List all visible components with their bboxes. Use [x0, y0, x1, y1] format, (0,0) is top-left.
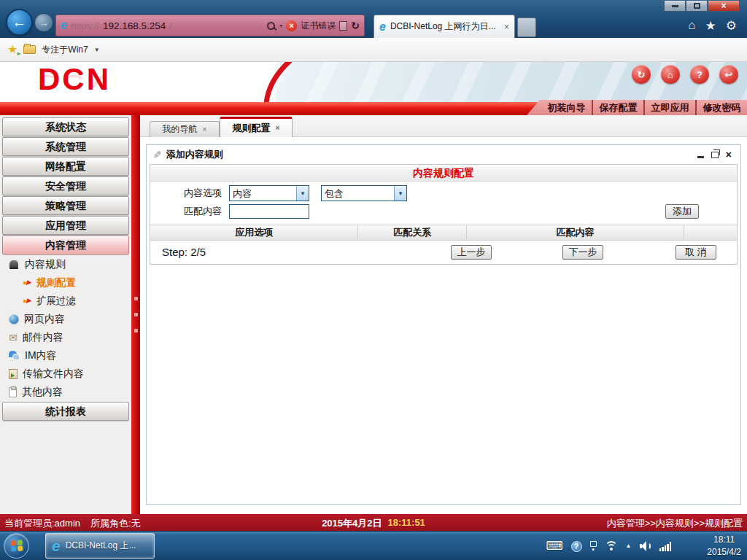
- sidebar: 系统状态 系统管理 网络配置 安全管理 策略管理 应用管理 内容管理 内容规则 …: [0, 115, 131, 514]
- tab-my-navigation[interactable]: 我的导航 ×: [150, 121, 220, 137]
- sidebar-item-rule-config[interactable]: ●▶ 规则配置: [0, 273, 131, 292]
- sidebar-item-extended-filter[interactable]: ●▶ 扩展过滤: [0, 292, 131, 310]
- column-match-relation: 匹配关系: [358, 225, 467, 240]
- browser-toolbar-icons: ⌂ ★ ⚙: [688, 18, 737, 34]
- help-button[interactable]: ?: [690, 65, 709, 84]
- home-icon[interactable]: ⌂: [688, 18, 695, 34]
- header-round-buttons: ↻ ⌂ ? ↩: [632, 65, 738, 84]
- dialog-close-icon[interactable]: ×: [726, 149, 732, 160]
- sidebar-item-content-management[interactable]: 内容管理: [2, 236, 129, 254]
- sidebar-item-im-content[interactable]: IM内容: [0, 346, 131, 365]
- sidebar-item-web-content[interactable]: 网页内容: [0, 310, 131, 328]
- favorites-folder-label[interactable]: 专注于Win7: [42, 44, 88, 56]
- forward-button[interactable]: →: [34, 13, 53, 32]
- status-time: 18:11:51: [388, 517, 425, 530]
- step-indicator: Step: 2/5: [162, 246, 206, 258]
- taskbar-clock[interactable]: 18:11 2015/4/2: [707, 534, 741, 559]
- taskbar-ie-button[interactable]: e DCBI-NetLog 上...: [45, 533, 155, 559]
- tray-window-icon[interactable]: ▾: [590, 541, 597, 551]
- search-icon[interactable]: [266, 21, 276, 31]
- start-button[interactable]: [4, 533, 29, 559]
- favorites-star-icon[interactable]: ★: [705, 18, 716, 34]
- content-option-select[interactable]: 内容 ▾: [229, 185, 309, 201]
- sidebar-item-other-content[interactable]: 其他内容: [0, 383, 131, 401]
- sidebar-item-file-transfer-content[interactable]: 传输文件内容: [0, 365, 131, 383]
- dialog-title: 添加内容规则: [166, 148, 223, 161]
- admin-info: 当前管理员:admin 所属角色:无: [4, 517, 141, 530]
- compatibility-view-icon[interactable]: [339, 21, 347, 31]
- sidebar-item-system-status[interactable]: 系统状态: [2, 117, 129, 136]
- status-date: 2015年4月2日: [322, 517, 382, 530]
- tab-close-icon[interactable]: ×: [504, 23, 509, 31]
- next-step-button[interactable]: 下一步: [562, 245, 603, 260]
- cert-error-label[interactable]: 证书错误: [301, 20, 336, 32]
- new-tab-button[interactable]: [517, 18, 536, 37]
- back-button[interactable]: ←: [6, 9, 33, 36]
- search-dropdown-icon[interactable]: ▾: [279, 23, 282, 29]
- splitter-grip-dot: [134, 297, 138, 300]
- setup-wizard-button[interactable]: 初装向导: [541, 100, 592, 115]
- logout-button[interactable]: ↩: [719, 65, 738, 84]
- file-transfer-icon: [9, 369, 18, 379]
- match-content-row: 匹配内容 添加: [150, 202, 737, 221]
- tray-expand-icon[interactable]: ▲: [626, 543, 632, 549]
- sidebar-item-system-management[interactable]: 系统管理: [2, 137, 129, 156]
- browser-tab[interactable]: e DCBI-NetLog 上网行为日... ×: [374, 15, 515, 38]
- sidebar-item-application-management[interactable]: 应用管理: [2, 216, 129, 235]
- cancel-button[interactable]: 取 消: [676, 245, 716, 260]
- sidebar-item-security-management[interactable]: 安全管理: [2, 176, 129, 195]
- gear-icon[interactable]: ⚙: [726, 18, 737, 34]
- dialog-minimize-icon[interactable]: [697, 156, 704, 158]
- network-signal-icon[interactable]: [659, 542, 672, 551]
- add-content-rule-dialog: ✎ 添加内容规则 × 内容规则配置 内容选项 内容: [146, 144, 741, 505]
- refresh-icon[interactable]: ↻: [351, 20, 360, 31]
- bullet-arrow-icon: ●▶: [23, 279, 31, 287]
- system-tray: ⌨ ? ▾ ▲: [546, 532, 671, 560]
- sidebar-item-statistics-report[interactable]: 统计报表: [2, 402, 129, 421]
- role-label: 所属角色:无: [90, 517, 141, 530]
- tab-favicon: e: [379, 21, 386, 33]
- favorites-folder-icon[interactable]: [23, 45, 36, 54]
- save-config-button[interactable]: 保存配置: [592, 100, 643, 115]
- window-controls: ×: [664, 1, 740, 12]
- clock-date: 2015/4/2: [707, 546, 741, 559]
- tray-help-icon[interactable]: ?: [571, 541, 582, 552]
- site-header: DCN DCN ↻ ⌂ ? ↩: [0, 62, 747, 102]
- globe-icon: [9, 314, 19, 324]
- refresh-button[interactable]: ↻: [632, 65, 651, 84]
- dialog-restore-icon[interactable]: [711, 152, 719, 158]
- sidebar-splitter[interactable]: [131, 115, 140, 514]
- wifi-icon[interactable]: [605, 541, 618, 552]
- tab-title: DCBI-NetLog 上网行为日...: [390, 20, 500, 33]
- match-content-input[interactable]: [229, 204, 309, 219]
- window-close-button[interactable]: ×: [708, 1, 740, 12]
- sidebar-group-content-rules[interactable]: 内容规则: [0, 255, 131, 273]
- add-button[interactable]: 添加: [665, 204, 699, 219]
- content-option-row: 内容选项 内容 ▾ 包含 ▾: [150, 182, 737, 202]
- window-minimize-button[interactable]: [664, 1, 686, 12]
- sidebar-item-mail-content[interactable]: ✉ 邮件内容: [0, 328, 131, 346]
- window-maximize-button[interactable]: [686, 1, 708, 12]
- tab-close-icon[interactable]: ×: [202, 125, 206, 133]
- apply-now-button[interactable]: 立即应用: [643, 100, 695, 115]
- bullet-arrow-icon: ●▶: [23, 298, 31, 305]
- refresh-icon: ↻: [638, 69, 646, 80]
- previous-step-button[interactable]: 上一步: [451, 245, 492, 260]
- add-favorite-icon[interactable]: ★▸: [7, 44, 18, 55]
- address-bar[interactable]: e https://192.168.5.254/ ▾ × 证书错误 ↻: [55, 15, 365, 36]
- main-shell: 系统状态 系统管理 网络配置 安全管理 策略管理 应用管理 内容管理 内容规则 …: [0, 115, 747, 514]
- favorites-caret-icon[interactable]: ▼: [94, 47, 100, 53]
- sidebar-item-policy-management[interactable]: 策略管理: [2, 196, 129, 215]
- change-password-button[interactable]: 修改密码: [695, 100, 747, 115]
- column-match-content: 匹配内容: [467, 225, 684, 240]
- volume-icon[interactable]: [640, 541, 651, 551]
- keyboard-icon[interactable]: ⌨: [546, 540, 562, 552]
- url-path: /: [169, 20, 172, 31]
- home-button[interactable]: ⌂: [661, 65, 680, 84]
- logout-icon: ↩: [725, 69, 733, 80]
- tab-close-icon[interactable]: ×: [275, 124, 279, 132]
- wizard-step-row: Step: 2/5 上一步 下一步 取 消: [150, 241, 737, 264]
- sidebar-item-network-config[interactable]: 网络配置: [2, 157, 129, 176]
- match-relation-select[interactable]: 包含 ▾: [321, 185, 407, 201]
- tab-rule-config[interactable]: 规则配置 ×: [220, 117, 293, 137]
